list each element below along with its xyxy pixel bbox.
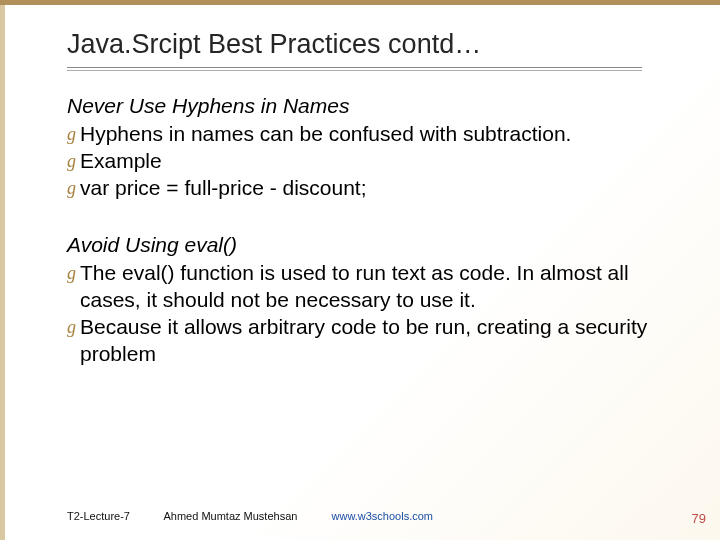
footer-author: Ahmed Mumtaz Mustehsan bbox=[164, 510, 298, 522]
list-item: g Because it allows arbitrary code to be… bbox=[67, 314, 667, 368]
list-item: g Example bbox=[67, 148, 667, 175]
content-area: Java.Srcipt Best Practices contd… Never … bbox=[5, 5, 720, 540]
footer-lecture: T2-Lecture-7 bbox=[67, 510, 130, 522]
bullet-list: g The eval() function is used to run tex… bbox=[67, 260, 667, 368]
bullet-text: Because it allows arbitrary code to be r… bbox=[80, 314, 667, 368]
bullet-text: Example bbox=[80, 148, 667, 175]
title-underline-secondary bbox=[67, 70, 642, 71]
slide-title: Java.Srcipt Best Practices contd… bbox=[67, 29, 481, 60]
list-item: g Hyphens in names can be confused with … bbox=[67, 121, 667, 148]
bullet-icon: g bbox=[67, 316, 76, 339]
footer: T2-Lecture-7 Ahmed Mumtaz Mustehsan www.… bbox=[67, 510, 433, 522]
slide: Java.Srcipt Best Practices contd… Never … bbox=[0, 0, 720, 540]
bullet-text: Hyphens in names can be confused with su… bbox=[80, 121, 667, 148]
body-content: Never Use Hyphens in Names g Hyphens in … bbox=[67, 93, 667, 368]
title-underline bbox=[67, 67, 642, 68]
list-item: g The eval() function is used to run tex… bbox=[67, 260, 667, 314]
page-number: 79 bbox=[692, 511, 706, 526]
section-heading: Avoid Using eval() bbox=[67, 232, 667, 258]
bullet-text: var price = full-price - discount; bbox=[80, 175, 667, 202]
footer-url: www.w3schools.com bbox=[332, 510, 433, 522]
bullet-list: g Hyphens in names can be confused with … bbox=[67, 121, 667, 202]
spacer bbox=[67, 202, 667, 232]
bullet-icon: g bbox=[67, 177, 76, 200]
section-heading: Never Use Hyphens in Names bbox=[67, 93, 667, 119]
bullet-text: The eval() function is used to run text … bbox=[80, 260, 667, 314]
bullet-icon: g bbox=[67, 262, 76, 285]
bullet-icon: g bbox=[67, 150, 76, 173]
bullet-icon: g bbox=[67, 123, 76, 146]
list-item: g var price = full-price - discount; bbox=[67, 175, 667, 202]
